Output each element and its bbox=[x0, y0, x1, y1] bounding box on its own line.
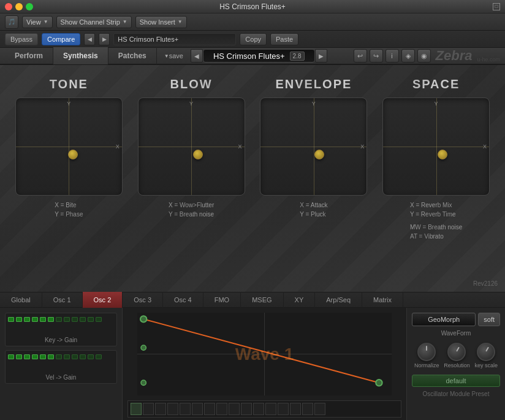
default-button[interactable]: default bbox=[412, 375, 500, 387]
geomorph-row: GeoMorph soft bbox=[412, 313, 500, 326]
nav-preset-name: HS Crimson Flutes+ bbox=[213, 52, 285, 61]
bypass-button[interactable]: Bypass bbox=[5, 33, 38, 45]
minimize-button[interactable] bbox=[15, 3, 23, 10]
envelope-xypad[interactable]: Y X bbox=[260, 97, 367, 196]
preset-next-arrow[interactable]: ▶ bbox=[99, 33, 110, 45]
mini-cell-10[interactable] bbox=[241, 403, 252, 415]
tab-osc2[interactable]: Osc 2 bbox=[83, 292, 123, 308]
xypad-tone: TONE Y X X = Bite Y = Phase bbox=[12, 77, 126, 241]
mini-cell-14[interactable] bbox=[290, 403, 301, 415]
key-dot-2 bbox=[16, 317, 22, 322]
mini-cell-7[interactable] bbox=[204, 403, 215, 415]
blow-xypad[interactable]: Y X bbox=[138, 97, 245, 196]
vel-dot-9 bbox=[72, 354, 78, 359]
space-info-mw: MW = Breath noise bbox=[410, 223, 462, 232]
tab-osc4[interactable]: Osc 4 bbox=[163, 292, 203, 308]
space-xypad[interactable]: Y X bbox=[382, 97, 490, 196]
vel-dot-12 bbox=[96, 354, 102, 359]
show-channel-strip-dropdown[interactable]: Show Channel Strip ▼ bbox=[56, 16, 132, 28]
settings2-button[interactable]: ◉ bbox=[417, 49, 431, 63]
undo-button[interactable]: ↩ bbox=[354, 49, 367, 63]
tone-info-x: X = Bite bbox=[55, 200, 83, 210]
mini-cell-11[interactable] bbox=[253, 403, 264, 415]
tone-x-label: X bbox=[116, 143, 120, 150]
paste-button[interactable]: Paste bbox=[270, 33, 298, 45]
tab-perform[interactable]: Perform bbox=[5, 47, 53, 64]
tab-arpseq[interactable]: Arp/Seq bbox=[315, 292, 362, 308]
geomorph-button[interactable]: GeoMorph bbox=[412, 313, 476, 326]
tab-synthesis[interactable]: Synthesis bbox=[53, 47, 108, 64]
zebra-sub: u-he.com bbox=[477, 56, 500, 63]
tab-xy[interactable]: XY bbox=[284, 292, 316, 308]
vel-dot-2 bbox=[16, 354, 22, 359]
envelope-handle[interactable] bbox=[314, 150, 324, 159]
mini-cell-12[interactable] bbox=[265, 403, 276, 415]
tone-xypad[interactable]: Y X bbox=[15, 97, 123, 196]
tab-global[interactable]: Global bbox=[0, 292, 42, 308]
maximize-button[interactable] bbox=[26, 3, 33, 10]
key-dot-6 bbox=[48, 317, 54, 322]
tone-y-label: Y bbox=[67, 101, 70, 107]
svg-point-4 bbox=[376, 380, 382, 386]
tab-osc1[interactable]: Osc 1 bbox=[42, 292, 83, 308]
key-gain-dots bbox=[6, 313, 116, 334]
mini-cell-16[interactable] bbox=[314, 403, 325, 415]
tab-fmo[interactable]: FMO bbox=[203, 292, 241, 308]
collapse-button[interactable]: □ bbox=[493, 3, 500, 10]
view-dropdown[interactable]: View ▼ bbox=[22, 16, 53, 28]
close-button[interactable] bbox=[5, 3, 12, 10]
tone-handle[interactable] bbox=[68, 150, 78, 159]
show-insert-dropdown[interactable]: Show Insert ▼ bbox=[135, 16, 187, 28]
bottom-tabs: Global Osc 1 Osc 2 Osc 3 Osc 4 FMO MSEG … bbox=[0, 292, 505, 308]
mini-cell-5[interactable] bbox=[180, 403, 191, 415]
window-controls bbox=[5, 3, 33, 10]
key-scale-knob[interactable] bbox=[477, 343, 495, 361]
envelope-info-y: Y = Pluck bbox=[300, 210, 327, 219]
vel-dot-8 bbox=[64, 354, 70, 359]
save-dropdown[interactable]: save bbox=[157, 47, 191, 64]
xypad-section: TONE Y X X = Bite Y = Phase BLOW Y X X =… bbox=[0, 65, 505, 247]
key-gain-label: Key -> Gain bbox=[45, 337, 77, 343]
mini-cell-15[interactable] bbox=[302, 403, 313, 415]
key-vel-panel: Key -> Gain Vel -> Gain bbox=[0, 308, 123, 420]
mini-cell-13[interactable] bbox=[278, 403, 289, 415]
space-title: SPACE bbox=[412, 77, 460, 91]
tone-info-y: Y = Phase bbox=[55, 210, 83, 219]
mini-cell-4[interactable] bbox=[167, 403, 178, 415]
mini-cell-3[interactable] bbox=[155, 403, 166, 415]
tab-osc3[interactable]: Osc 3 bbox=[123, 292, 163, 308]
mini-cell-9[interactable] bbox=[229, 403, 240, 415]
show-channel-strip-label: Show Channel Strip bbox=[61, 18, 120, 26]
key-dot-10 bbox=[80, 317, 86, 322]
redo-button[interactable]: ↪ bbox=[370, 49, 383, 63]
blow-handle[interactable] bbox=[193, 150, 203, 159]
preset-name-display: HS Crimson Flutes+ bbox=[113, 33, 236, 45]
resolution-knob[interactable] bbox=[447, 343, 466, 361]
preset-name-text: HS Crimson Flutes+ bbox=[118, 36, 178, 43]
info-button[interactable]: i bbox=[385, 49, 399, 63]
osc-preset-label: Oscillator Module Preset bbox=[412, 391, 500, 397]
mini-cell-8[interactable] bbox=[216, 403, 227, 415]
mini-cell-6[interactable] bbox=[192, 403, 203, 415]
space-handle[interactable] bbox=[438, 150, 447, 159]
copy-button[interactable]: Copy bbox=[240, 33, 267, 45]
waveform-canvas[interactable]: Wave 1 bbox=[127, 313, 401, 395]
tab-mseg[interactable]: MSEG bbox=[241, 292, 283, 308]
normalize-knob[interactable] bbox=[417, 343, 436, 361]
nav-icons-right: ↩ ↪ i ◈ ◉ bbox=[354, 49, 431, 63]
compare-button[interactable]: Compare bbox=[42, 33, 80, 45]
nav-preset-prev[interactable]: ◀ bbox=[191, 49, 203, 63]
settings1-button[interactable]: ◈ bbox=[401, 49, 415, 63]
tab-matrix[interactable]: Matrix bbox=[362, 292, 403, 308]
tab-patches[interactable]: Patches bbox=[108, 47, 157, 64]
key-dot-4 bbox=[32, 317, 38, 322]
preset-prev-arrow[interactable]: ◀ bbox=[84, 33, 95, 45]
nav-preset-next[interactable]: ▶ bbox=[315, 49, 327, 63]
mini-cell-1[interactable] bbox=[131, 403, 142, 415]
envelope-info: X = Attack Y = Pluck bbox=[300, 200, 327, 219]
main-content: TONE Y X X = Bite Y = Phase BLOW Y X X =… bbox=[0, 65, 505, 292]
key-dot-9 bbox=[72, 317, 78, 322]
mini-cell-2[interactable] bbox=[143, 403, 154, 415]
key-dot-3 bbox=[24, 317, 30, 322]
soft-button[interactable]: soft bbox=[478, 313, 500, 326]
